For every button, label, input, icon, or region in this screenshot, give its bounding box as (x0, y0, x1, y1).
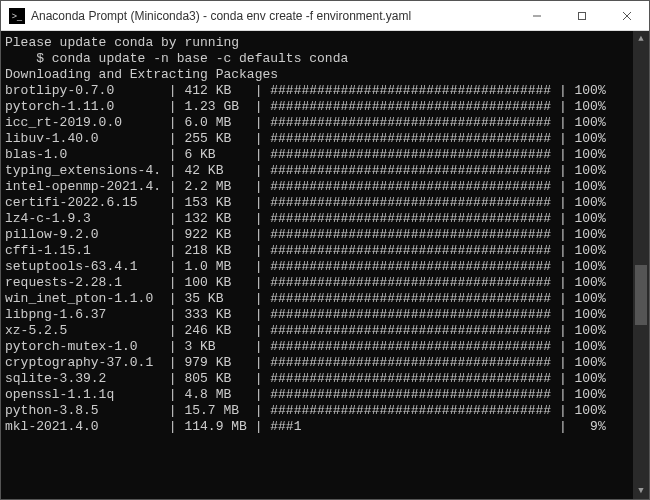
package-row: openssl-1.1.1q | 4.8 MB | ##############… (5, 387, 633, 403)
minimize-button[interactable] (514, 1, 559, 30)
package-row: certifi-2022.6.15 | 153 KB | ###########… (5, 195, 633, 211)
package-row: python-3.8.5 | 15.7 MB | ###############… (5, 403, 633, 419)
package-row: pytorch-mutex-1.0 | 3 KB | #############… (5, 339, 633, 355)
app-window: >_ Anaconda Prompt (Miniconda3) - conda … (0, 0, 650, 500)
close-button[interactable] (604, 1, 649, 30)
package-row: libuv-1.40.0 | 255 KB | ################… (5, 131, 633, 147)
terminal-line: $ conda update -n base -c defaults conda (5, 51, 633, 67)
package-row: intel-openmp-2021.4. | 2.2 MB | ########… (5, 179, 633, 195)
package-row: win_inet_pton-1.1.0 | 35 KB | ##########… (5, 291, 633, 307)
svg-rect-1 (578, 12, 585, 19)
app-icon: >_ (9, 8, 25, 24)
terminal-area: Please update conda by running $ conda u… (1, 31, 649, 499)
package-row: setuptools-63.4.1 | 1.0 MB | ###########… (5, 259, 633, 275)
package-row: typing_extensions-4. | 42 KB | #########… (5, 163, 633, 179)
package-row: brotlipy-0.7.0 | 412 KB | ##############… (5, 83, 633, 99)
scrollbar[interactable]: ▲ ▼ (633, 31, 649, 499)
package-row: pillow-9.2.0 | 922 KB | ################… (5, 227, 633, 243)
maximize-button[interactable] (559, 1, 604, 30)
package-row: cryptography-37.0.1 | 979 KB | #########… (5, 355, 633, 371)
package-row: blas-1.0 | 6 KB | ######################… (5, 147, 633, 163)
package-row: pytorch-1.11.0 | 1.23 GB | #############… (5, 99, 633, 115)
titlebar[interactable]: >_ Anaconda Prompt (Miniconda3) - conda … (1, 1, 649, 31)
package-row: cffi-1.15.1 | 218 KB | #################… (5, 243, 633, 259)
package-row: libpng-1.6.37 | 333 KB | ###############… (5, 307, 633, 323)
window-controls (514, 1, 649, 30)
terminal-output[interactable]: Please update conda by running $ conda u… (1, 31, 633, 499)
scroll-up-icon[interactable]: ▲ (633, 31, 649, 47)
package-row: xz-5.2.5 | 246 KB | ####################… (5, 323, 633, 339)
scroll-down-icon[interactable]: ▼ (633, 483, 649, 499)
package-row: requests-2.28.1 | 100 KB | #############… (5, 275, 633, 291)
window-title: Anaconda Prompt (Miniconda3) - conda env… (31, 9, 514, 23)
package-row: mkl-2021.4.0 | 114.9 MB | ###1 | 9% (5, 419, 633, 435)
scroll-thumb[interactable] (635, 265, 647, 325)
terminal-line: Please update conda by running (5, 35, 633, 51)
package-row: icc_rt-2019.0.0 | 6.0 MB | #############… (5, 115, 633, 131)
package-row: lz4-c-1.9.3 | 132 KB | #################… (5, 211, 633, 227)
package-row: sqlite-3.39.2 | 805 KB | ###############… (5, 371, 633, 387)
terminal-line: Downloading and Extracting Packages (5, 67, 633, 83)
